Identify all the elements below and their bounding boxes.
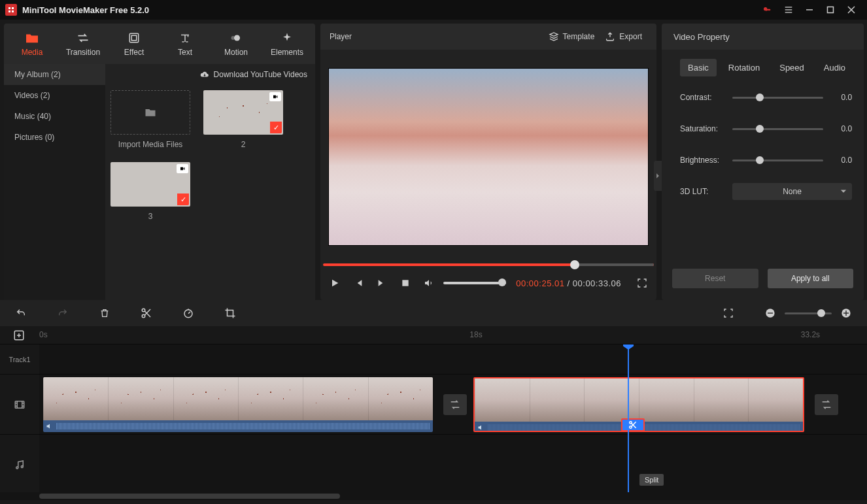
timeline-scrollbar[interactable] — [0, 492, 867, 500]
play-button[interactable] — [326, 274, 344, 292]
video-lane[interactable]: Split — [39, 375, 867, 435]
saturation-value: 0.0 — [832, 124, 852, 133]
lut-select[interactable]: None — [732, 183, 852, 200]
used-check-icon: ✓ — [177, 193, 189, 205]
used-check-icon: ✓ — [270, 122, 282, 133]
export-button[interactable]: Export — [600, 24, 647, 50]
tab-transition[interactable]: Transition — [58, 24, 109, 64]
fullscreen-button[interactable] — [633, 274, 651, 292]
timeline-clip-selected[interactable] — [473, 377, 804, 432]
zoom-slider[interactable] — [785, 312, 832, 314]
property-tab-audio[interactable]: Audio — [816, 59, 853, 76]
folder-icon — [25, 31, 39, 45]
template-icon — [549, 31, 559, 42]
volume-button[interactable] — [420, 274, 438, 292]
media-panel: Media Transition Effect Text Motion Elem… — [4, 24, 315, 300]
zoom-out-button[interactable] — [762, 305, 778, 321]
apply-all-button[interactable]: Apply to all — [768, 269, 854, 288]
saturation-label: Saturation: — [680, 124, 732, 133]
track-lane[interactable] — [39, 344, 867, 375]
sparkle-icon — [281, 31, 293, 45]
app-logo — [5, 4, 17, 16]
tab-elements[interactable]: Elements — [262, 24, 313, 64]
player-panel: Player Template Export 00:00:2 — [320, 24, 656, 300]
svg-point-24 — [630, 422, 632, 424]
property-tab-basic[interactable]: Basic — [680, 59, 717, 76]
motion-icon — [230, 31, 243, 45]
download-youtube-button[interactable]: Download YouTube Videos — [105, 64, 315, 85]
tab-text[interactable]: Text — [160, 24, 211, 64]
maximize-button[interactable] — [820, 1, 841, 19]
tab-media[interactable]: Media — [7, 24, 58, 64]
speed-button[interactable] — [180, 305, 196, 321]
undo-button[interactable] — [13, 305, 29, 321]
property-panel: Video Property Basic Rotation Speed Audi… — [662, 24, 864, 300]
svg-rect-16 — [768, 312, 773, 313]
add-track-button[interactable] — [13, 329, 25, 341]
timeline-ruler[interactable]: 0s 18s 33.2s — [0, 326, 867, 344]
audio-lane[interactable] — [39, 435, 867, 492]
timecode: 00:00:25.01 / 00:00:33.06 — [516, 278, 621, 288]
sidebar-item-pictures[interactable]: Pictures (0) — [4, 127, 105, 148]
reset-button[interactable]: Reset — [672, 269, 758, 288]
transition-slot[interactable] — [443, 394, 467, 415]
svg-point-23 — [21, 465, 23, 467]
stop-button[interactable] — [396, 274, 415, 292]
player-title: Player — [330, 32, 352, 41]
speaker-icon — [46, 422, 54, 430]
import-media-button[interactable]: Import Media Files — [110, 90, 190, 149]
sidebar-item-myalbum[interactable]: My Album (2) — [4, 64, 105, 85]
tab-effect[interactable]: Effect — [109, 24, 160, 64]
contrast-label: Contrast: — [680, 93, 732, 102]
redo-button[interactable] — [55, 305, 71, 321]
delete-button[interactable] — [97, 305, 112, 321]
property-tab-speed[interactable]: Speed — [772, 59, 812, 76]
timeline: 0s 18s 33.2s Track1 — [0, 300, 867, 500]
collapse-panel-button[interactable] — [654, 161, 662, 191]
playback-slider[interactable] — [320, 263, 656, 266]
svg-rect-21 — [15, 401, 24, 408]
speaker-icon — [477, 424, 485, 431]
sidebar-item-music[interactable]: Music (40) — [4, 106, 105, 127]
close-button[interactable] — [841, 1, 862, 19]
export-icon — [605, 31, 615, 42]
sidebar-item-videos[interactable]: Videos (2) — [4, 85, 105, 106]
cloud-download-icon — [199, 70, 210, 79]
contrast-slider[interactable] — [732, 97, 823, 99]
next-frame-button[interactable] — [373, 274, 391, 292]
effect-icon — [128, 31, 140, 45]
zoom-in-button[interactable] — [838, 305, 854, 321]
timeline-clip[interactable] — [43, 377, 433, 432]
lut-label: 3D LUT: — [680, 187, 732, 196]
saturation-slider[interactable] — [732, 128, 823, 130]
text-icon — [179, 31, 191, 45]
split-button[interactable] — [139, 305, 154, 321]
playhead[interactable] — [628, 344, 629, 492]
contrast-value: 0.0 — [832, 93, 852, 102]
transition-slot[interactable] — [815, 394, 838, 415]
prev-frame-button[interactable] — [349, 274, 367, 292]
media-item[interactable]: ✓ 2 — [203, 90, 283, 149]
svg-rect-8 — [131, 35, 137, 41]
video-badge-icon — [177, 164, 188, 173]
property-tab-rotation[interactable]: Rotation — [721, 59, 768, 76]
tab-motion[interactable]: Motion — [211, 24, 262, 64]
brightness-value: 0.0 — [832, 156, 852, 165]
template-button[interactable]: Template — [543, 24, 600, 50]
video-track-icon — [0, 375, 39, 435]
svg-rect-4 — [828, 7, 834, 13]
volume-slider[interactable] — [443, 282, 506, 284]
media-item[interactable]: ✓ 3 — [110, 162, 190, 221]
license-key-icon[interactable] — [757, 1, 778, 19]
svg-point-12 — [142, 309, 145, 312]
brightness-slider[interactable] — [732, 160, 823, 161]
chevron-down-icon — [840, 189, 847, 194]
menu-icon[interactable] — [778, 1, 799, 19]
split-handle[interactable] — [621, 418, 645, 431]
track-label: Track1 — [0, 344, 39, 375]
fit-button[interactable] — [721, 305, 736, 321]
svg-point-10 — [231, 36, 235, 40]
minimize-button[interactable] — [799, 1, 820, 19]
crop-button[interactable] — [222, 305, 238, 321]
video-preview[interactable] — [328, 68, 649, 246]
